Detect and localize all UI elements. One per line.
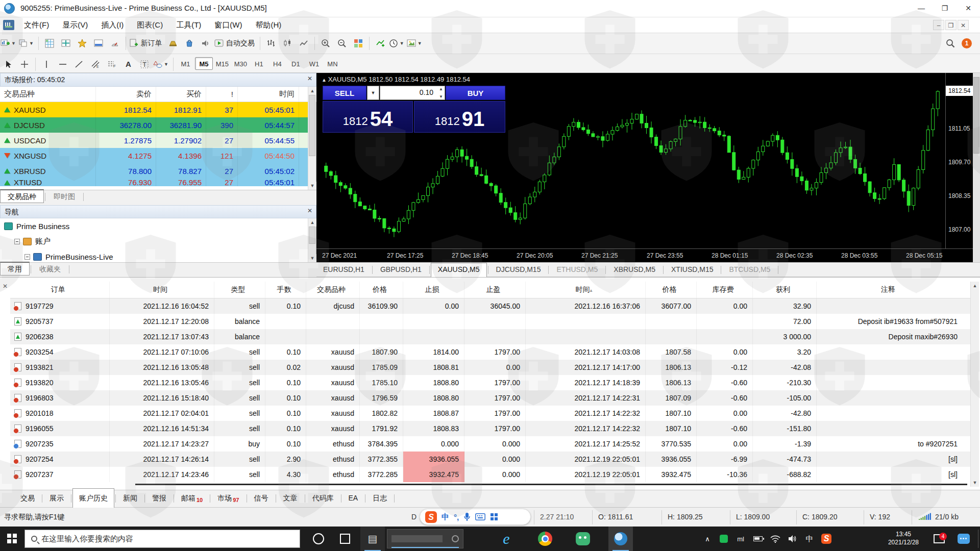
- column-header-1[interactable]: 交易品种: [0, 87, 96, 102]
- chart-tab-xauusd-m5[interactable]: XAUUSD,M5: [431, 263, 487, 277]
- navigator-close-icon[interactable]: ✕: [306, 207, 314, 215]
- orders-column-4[interactable]: 手数: [265, 282, 306, 298]
- autotrading-button[interactable]: 自动交易: [214, 36, 257, 51]
- timeframe-m5[interactable]: M5: [195, 57, 213, 70]
- indicators-button[interactable]: [373, 36, 388, 51]
- terminal-close-icon[interactable]: ✕: [1, 283, 9, 291]
- channel-tool[interactable]: E: [88, 57, 103, 72]
- navigator-item-1[interactable]: Prime Business: [0, 218, 306, 234]
- crosshair-tool[interactable]: [17, 57, 32, 72]
- column-header-5[interactable]: 时间: [238, 87, 299, 102]
- ime-language-icon[interactable]: 中: [442, 512, 449, 522]
- orders-column-12[interactable]: 获利: [753, 282, 817, 298]
- tray-chevron-icon[interactable]: ∧: [700, 527, 715, 551]
- terminal-tab-8[interactable]: 信号: [248, 490, 275, 507]
- horizontal-line-tool[interactable]: [55, 57, 70, 72]
- order-row-9207235[interactable]: 92072352021.12.17 14:23:27buy0.10ethusd3…: [10, 436, 979, 452]
- new-order-button[interactable]: 新订单: [129, 36, 164, 51]
- chat-icon[interactable]: [953, 527, 974, 551]
- tree-expander-icon[interactable]: [14, 239, 20, 244]
- battery-icon[interactable]: [750, 527, 766, 551]
- scroll-down-icon[interactable]: ▼: [308, 254, 316, 262]
- periods-button[interactable]: ▼: [389, 36, 406, 51]
- menu-item-7[interactable]: 帮助(H): [249, 17, 288, 33]
- navigator-tab-1[interactable]: 常用: [0, 262, 30, 276]
- metatrader-icon[interactable]: [608, 527, 633, 551]
- zoom-in-button[interactable]: [318, 36, 333, 51]
- market-watch-row-xauusd[interactable]: XAUUSD1812.541812.913705:45:01: [0, 102, 308, 117]
- scroll-down-icon[interactable]: ▼: [971, 479, 979, 487]
- order-row-9197729[interactable]: 91977292021.12.16 16:04:52sell0.10djcusd…: [10, 298, 979, 314]
- sell-price-panel[interactable]: 1812 54: [323, 101, 413, 133]
- scroll-thumb[interactable]: [309, 227, 315, 244]
- orders-column-2[interactable]: 时间: [110, 282, 214, 298]
- market-watch-tab-2[interactable]: 即时图: [46, 190, 82, 204]
- order-row-9201018[interactable]: 92010182021.12.17 02:04:01sell0.10xauusd…: [10, 406, 979, 421]
- menu-item-1[interactable]: 文件(F): [17, 17, 56, 33]
- microphone-icon[interactable]: [463, 512, 471, 521]
- close-button[interactable]: ✕: [957, 0, 980, 17]
- candlestick-button[interactable]: [280, 36, 295, 51]
- volume-icon[interactable]: [785, 527, 800, 551]
- metaeditor-button[interactable]: [165, 36, 181, 51]
- scroll-down-icon[interactable]: ▼: [308, 182, 316, 190]
- cortana-icon[interactable]: [306, 527, 331, 551]
- tree-expander-icon[interactable]: [24, 254, 30, 260]
- terminal-tab-12[interactable]: 日志: [366, 490, 393, 507]
- fibonacci-tool[interactable]: F: [104, 57, 119, 72]
- orders-column-6[interactable]: 价格: [360, 282, 403, 298]
- market-watch-row-xngusd[interactable]: XNGUSD4.12754.139612105:44:50: [0, 148, 308, 163]
- templates-button[interactable]: ▼: [407, 36, 424, 51]
- order-row-9196803[interactable]: 91968032021.12.16 15:18:40sell0.10xauusd…: [10, 390, 979, 406]
- task-view-icon[interactable]: [333, 527, 357, 551]
- mdi-restore-button[interactable]: ❐: [945, 20, 957, 30]
- show-desktop-button[interactable]: [978, 530, 980, 548]
- menu-item-3[interactable]: 插入(I): [94, 17, 130, 33]
- tile-windows-button[interactable]: [351, 36, 366, 51]
- search-button[interactable]: [943, 36, 958, 51]
- mdi-close-button[interactable]: ✕: [958, 20, 969, 30]
- sogou-logo-icon[interactable]: S: [425, 511, 437, 523]
- column-header-3[interactable]: 买价: [156, 87, 206, 102]
- navigator-scrollbar[interactable]: ▲ ▼: [308, 218, 316, 262]
- terminal-tab-4[interactable]: 新闻: [117, 490, 143, 507]
- app-window-preview[interactable]: [387, 529, 463, 548]
- menu-item-2[interactable]: 显示(V): [56, 17, 94, 33]
- dropdown-caret-icon[interactable]: ▼: [29, 41, 34, 46]
- trendline-tool[interactable]: [71, 57, 87, 72]
- shapes-tool[interactable]: ▼: [153, 57, 170, 72]
- chart-tab-gbpusd-h1[interactable]: GBPUSD,H1: [374, 263, 428, 277]
- order-row-9207254[interactable]: 92072542021.12.17 14:26:14sell2.90ethusd…: [10, 452, 979, 467]
- order-row-9203254[interactable]: 92032542021.12.17 07:10:06sell0.10xauusd…: [10, 344, 979, 360]
- order-row-9205737[interactable]: 92057372021.12.17 12:20:08balance72.00De…: [10, 314, 979, 329]
- taskbar-clock[interactable]: 13:45 2021/12/28: [888, 530, 919, 546]
- strategy-tester-toggle[interactable]: [107, 36, 122, 51]
- market-watch-row-djcusd[interactable]: DJCUSD36278.0036281.9039005:44:57: [0, 117, 308, 133]
- timeframe-w1[interactable]: W1: [305, 58, 323, 70]
- terminal-tab-6[interactable]: 邮箱10: [175, 490, 209, 507]
- new-chart-button[interactable]: ▼: [1, 36, 17, 51]
- terminal-tab-3[interactable]: 账户历史: [72, 488, 114, 508]
- orders-column-1[interactable]: 订单: [10, 282, 110, 298]
- taskbar-search-input[interactable]: 在这里输入你要搜索的内容: [24, 530, 300, 548]
- order-row-9207237[interactable]: 92072372021.12.17 14:23:46sell4.30ethusd…: [10, 467, 979, 482]
- maximize-button[interactable]: ❐: [933, 0, 957, 17]
- orders-column-9[interactable]: 时间 ▴: [526, 282, 646, 298]
- scroll-up-icon[interactable]: ▲: [308, 87, 316, 95]
- terminal-tab-5[interactable]: 警报: [146, 490, 173, 507]
- sell-button[interactable]: SELL: [323, 86, 366, 100]
- orders-column-13[interactable]: 注释: [817, 282, 979, 298]
- terminal-tab-2[interactable]: 展示: [43, 490, 70, 507]
- chart-scrollbar[interactable]: [973, 73, 980, 263]
- orders-column-3[interactable]: 类型: [214, 282, 265, 298]
- column-header-4[interactable]: !: [206, 87, 238, 102]
- market-watch-row-xbrusd[interactable]: XBRUSD78.80078.8272705:45:02: [0, 163, 308, 179]
- line-chart-button[interactable]: [296, 36, 311, 51]
- volume-input[interactable]: 0.10 ▲ ▼: [380, 86, 445, 100]
- dropdown-caret-icon[interactable]: ▼: [11, 41, 16, 46]
- timeframe-mn[interactable]: MN: [324, 58, 341, 70]
- ime-punctuation-icon[interactable]: °,: [454, 513, 459, 521]
- order-row-9196055[interactable]: 91960552021.12.16 14:51:34sell0.10xauusd…: [10, 421, 979, 436]
- terminal-tab-11[interactable]: EA: [342, 490, 364, 507]
- buy-button[interactable]: BUY: [446, 86, 505, 100]
